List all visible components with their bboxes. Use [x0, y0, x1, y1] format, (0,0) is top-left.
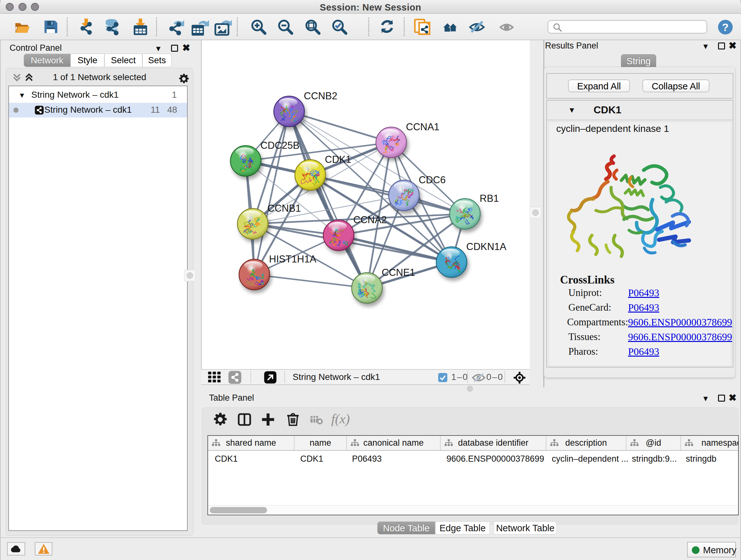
svg-text:CCNB1: CCNB1 [267, 203, 301, 214]
svg-text:CDK1: CDK1 [325, 154, 351, 165]
svg-text:CCNE1: CCNE1 [382, 267, 415, 278]
svg-text:RB1: RB1 [480, 193, 499, 204]
svg-text:HIST1H1A: HIST1H1A [269, 253, 316, 265]
svg-text:CDKN1A: CDKN1A [466, 241, 507, 252]
svg-text:CDC6: CDC6 [419, 174, 446, 186]
svg-text:CCNB2: CCNB2 [304, 90, 337, 102]
svg-text:CCNA1: CCNA1 [406, 121, 440, 132]
svg-text:CDC25B: CDC25B [260, 140, 299, 151]
svg-text:CCNA2: CCNA2 [353, 214, 387, 226]
